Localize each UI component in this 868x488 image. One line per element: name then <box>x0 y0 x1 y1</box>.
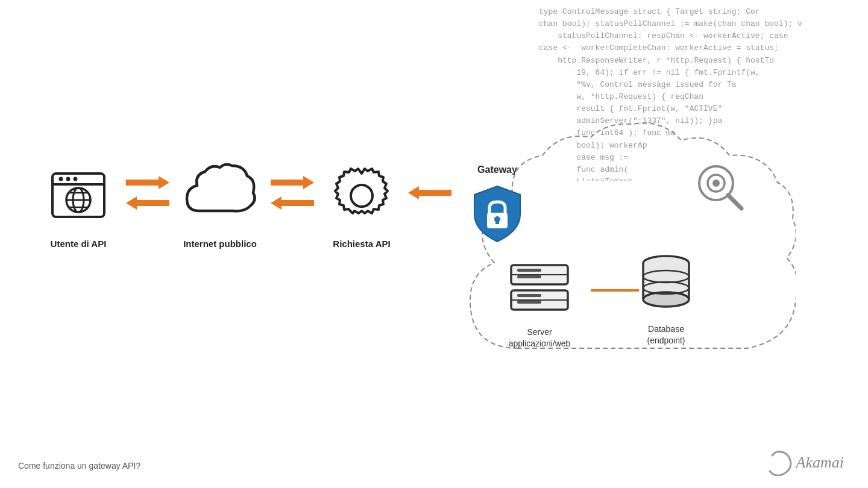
eye-magnifier-icon <box>687 155 753 222</box>
cloud-icon <box>184 163 256 229</box>
shield-icon <box>467 181 527 248</box>
arrow-2 <box>265 175 319 237</box>
arrow-1 <box>121 175 175 237</box>
arrow-3 <box>404 185 455 227</box>
database-icon <box>636 250 696 316</box>
gear-icon <box>329 163 395 229</box>
api-request-node: Richiesta API <box>319 163 404 249</box>
server-label: Serverapplicazioni/web <box>509 327 571 349</box>
svg-marker-12 <box>271 176 314 189</box>
api-user-label: Utente di API <box>51 239 107 249</box>
svg-line-37 <box>728 195 741 208</box>
svg-point-3 <box>66 177 71 181</box>
api-request-label: Richiesta API <box>333 239 390 249</box>
svg-point-14 <box>351 185 373 207</box>
monitor-icon-container <box>687 155 753 222</box>
database-node: Database(endpoint) <box>636 250 696 346</box>
svg-rect-21 <box>517 269 541 272</box>
svg-rect-22 <box>517 275 541 278</box>
browser-icon <box>45 163 112 229</box>
database-label: Database(endpoint) <box>647 324 685 346</box>
svg-point-2 <box>59 177 63 181</box>
akamai-logo: Akamai <box>766 449 844 476</box>
svg-rect-18 <box>495 219 499 224</box>
svg-marker-11 <box>126 196 169 210</box>
svg-point-36 <box>712 180 720 187</box>
svg-marker-10 <box>126 176 169 189</box>
brand-name: Akamai <box>796 454 844 472</box>
server-node: Serverapplicazioni/web <box>506 259 573 349</box>
internet-label: Internet pubblico <box>183 239 257 249</box>
svg-rect-25 <box>517 294 541 297</box>
server-db-connector <box>591 289 639 292</box>
svg-marker-15 <box>408 186 451 199</box>
gateway-label: Gateway <box>477 164 517 175</box>
svg-rect-26 <box>517 301 541 304</box>
gateway-node: Gateway <box>455 164 539 248</box>
bottom-label: Come funziona un gateway API? <box>18 460 140 471</box>
server-icon <box>506 259 573 319</box>
svg-marker-13 <box>271 196 314 210</box>
svg-point-4 <box>74 177 78 181</box>
internet-node: Internet pubblico <box>175 163 265 249</box>
api-user-node: Utente di API <box>36 163 121 249</box>
